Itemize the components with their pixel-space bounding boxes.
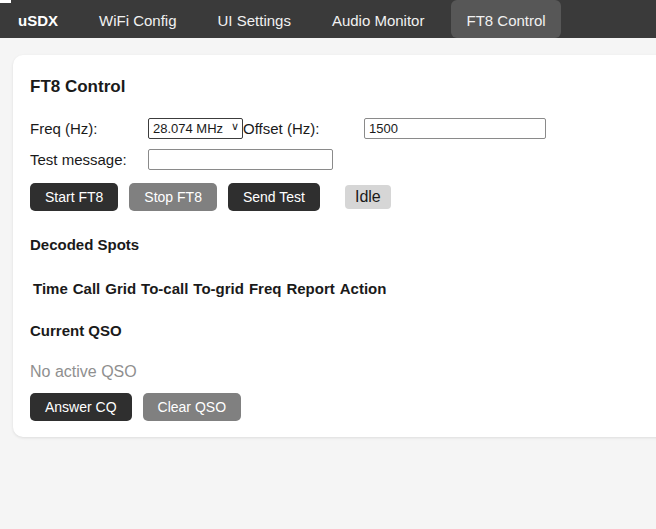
col-freq: Freq	[249, 280, 282, 297]
freq-select[interactable]: 28.074 MHz	[148, 118, 243, 139]
stop-ft8-button[interactable]: Stop FT8	[129, 183, 217, 211]
offset-input[interactable]	[364, 118, 546, 139]
top-navbar: uSDX WiFi Config UI Settings Audio Monit…	[0, 0, 656, 38]
test-message-label: Test message:	[30, 151, 148, 168]
clear-qso-button[interactable]: Clear QSO	[143, 393, 241, 421]
col-report: Report	[286, 280, 334, 297]
freq-select-wrap: 28.074 MHz ∨	[148, 118, 243, 139]
current-qso-heading: Current QSO	[30, 322, 656, 339]
qso-status-text: No active QSO	[30, 363, 656, 381]
freq-label: Freq (Hz):	[30, 120, 148, 137]
start-ft8-button[interactable]: Start FT8	[30, 183, 118, 211]
offset-label: Offset (Hz):	[243, 120, 364, 137]
col-to-grid: To-grid	[193, 280, 244, 297]
ft8-status-badge: Idle	[345, 185, 391, 209]
qso-button-row: Answer CQ Clear QSO	[30, 393, 656, 421]
col-action: Action	[340, 280, 387, 297]
ft8-control-card: FT8 Control Freq (Hz): 28.074 MHz ∨ Offs…	[13, 55, 656, 437]
send-test-button[interactable]: Send Test	[228, 183, 320, 211]
test-message-row: Test message:	[30, 149, 656, 170]
col-call: Call	[73, 280, 101, 297]
col-to-call: To-call	[141, 280, 188, 297]
decoded-spots-heading: Decoded Spots	[30, 236, 656, 253]
nav-item-wifi-config[interactable]: WiFi Config	[85, 0, 191, 38]
test-message-input[interactable]	[148, 149, 333, 170]
col-time: Time	[33, 280, 68, 297]
nav-brand-usdx[interactable]: uSDX	[0, 0, 72, 38]
decoded-spots-table-header: Time Call Grid To-call To-grid Freq Repo…	[33, 280, 656, 297]
page-corner-notch	[0, 0, 11, 3]
page-title: FT8 Control	[30, 77, 656, 97]
ft8-button-row: Start FT8 Stop FT8 Send Test Idle	[30, 183, 656, 211]
nav-item-ui-settings[interactable]: UI Settings	[204, 0, 305, 38]
col-grid: Grid	[105, 280, 136, 297]
answer-cq-button[interactable]: Answer CQ	[30, 393, 132, 421]
freq-offset-row: Freq (Hz): 28.074 MHz ∨ Offset (Hz):	[30, 118, 656, 139]
nav-item-ft8-control[interactable]: FT8 Control	[451, 0, 560, 38]
nav-item-audio-monitor[interactable]: Audio Monitor	[318, 0, 439, 38]
